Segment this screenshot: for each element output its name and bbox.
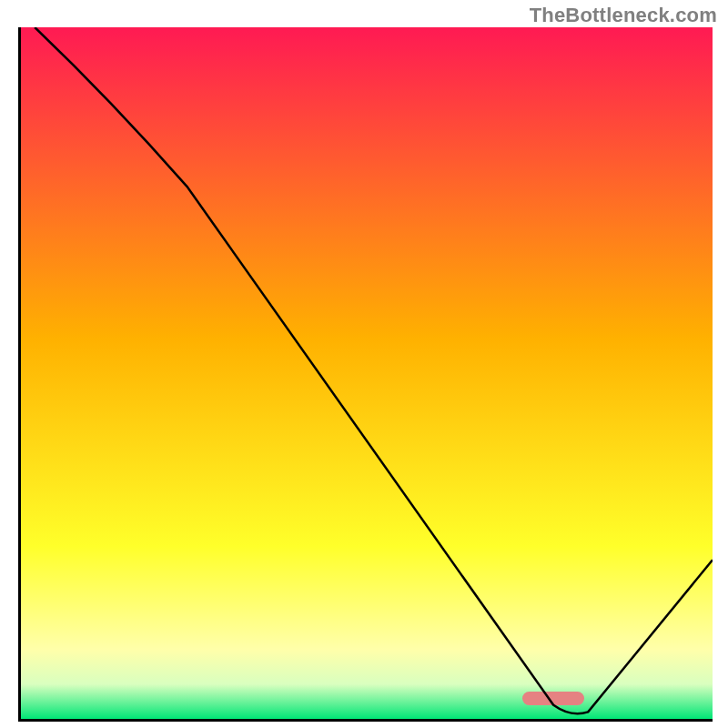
curve-line (21, 27, 713, 719)
plot-area (18, 27, 713, 722)
attribution-text: TheBottleneck.com (530, 4, 717, 27)
